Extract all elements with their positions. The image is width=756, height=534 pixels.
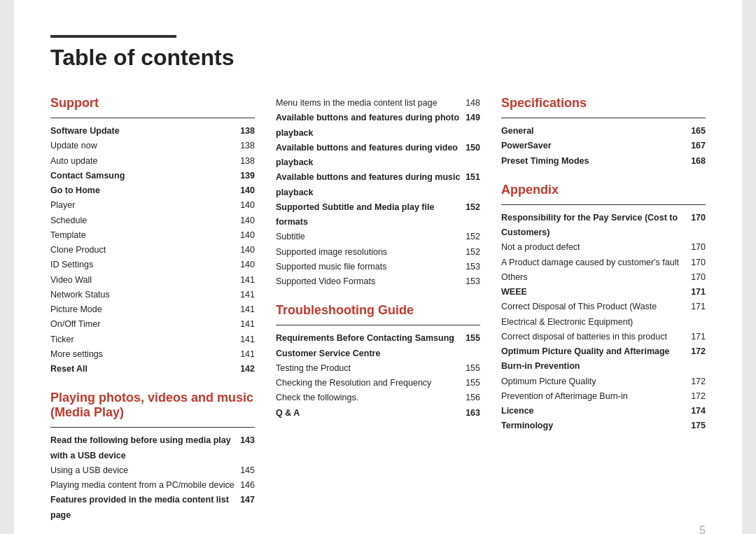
toc-row: Requirements Before Contacting Samsung C… <box>276 331 480 361</box>
toc-label: ID Settings <box>50 258 240 272</box>
toc-page-num: 143 <box>240 433 255 448</box>
toc-page-num: 170 <box>691 255 706 270</box>
toc-label: Others <box>501 270 691 285</box>
toc-row: Responsibility for the Pay Service (Cost… <box>501 211 706 241</box>
toc-page-num: 170 <box>691 211 706 225</box>
toc-label: Available buttons and features during ph… <box>276 111 465 141</box>
toc-label: Optimum Picture Quality and Afterimage B… <box>501 344 691 374</box>
divider-troubleshoot <box>276 325 480 325</box>
toc-label: Clone Product <box>50 243 240 258</box>
section-spec-title: Specifications <box>501 96 706 111</box>
toc-page-num: 141 <box>240 288 255 302</box>
toc-row: Update now138 <box>50 139 255 153</box>
toc-page-num: 155 <box>465 361 480 376</box>
toc-label: Licence <box>501 404 691 419</box>
toc-label: General <box>501 124 691 139</box>
toc-columns: Support Software Update138Update now138A… <box>50 96 706 523</box>
toc-page-num: 141 <box>240 302 255 317</box>
toc-label: Read the following before using media pl… <box>50 433 240 463</box>
toc-page-num: 165 <box>691 124 706 139</box>
toc-row: Menu items in the media content list pag… <box>276 96 480 111</box>
toc-label: Reset All <box>50 362 240 377</box>
toc-row: A Product damage caused by customer's fa… <box>501 255 706 270</box>
toc-row: Read the following before using media pl… <box>50 433 255 463</box>
column-3: Specifications General165PowerSaver167Pr… <box>501 96 706 523</box>
toc-label: Ticker <box>50 332 240 347</box>
toc-page-num: 171 <box>691 300 706 314</box>
toc-label: Correct disposal of batteries in this pr… <box>501 330 691 344</box>
spec-rows: General165PowerSaver167Preset Timing Mod… <box>501 124 706 169</box>
toc-row: PowerSaver167 <box>501 139 706 153</box>
toc-page-num: 142 <box>240 362 255 377</box>
toc-row: Go to Home140 <box>50 183 255 198</box>
toc-row: Available buttons and features during vi… <box>276 141 480 171</box>
toc-page-num: 172 <box>691 389 706 404</box>
toc-row: Playing media content from a PC/mobile d… <box>50 478 255 493</box>
section-media-title: Playing photos, videos and music (Media … <box>50 391 255 420</box>
support-rows: Software Update138Update now138Auto upda… <box>50 124 255 377</box>
toc-row: Licence174 <box>501 404 706 419</box>
toc-label: Not a product defect <box>501 240 691 255</box>
toc-row: Contact Samsung139 <box>50 169 255 183</box>
toc-label: On/Off Timer <box>50 317 240 332</box>
toc-label: Playing media content from a PC/mobile d… <box>50 478 240 493</box>
toc-page-num: 140 <box>240 213 255 228</box>
toc-page-num: 140 <box>240 183 255 198</box>
toc-row: Picture Mode141 <box>50 302 255 317</box>
toc-label: Available buttons and features during vi… <box>276 141 465 171</box>
toc-page-num: 140 <box>240 258 255 272</box>
toc-row: Player140 <box>50 198 255 213</box>
toc-row: Features provided in the media content l… <box>50 493 255 523</box>
toc-row: Available buttons and features during mu… <box>276 170 480 200</box>
divider-appendix <box>501 204 706 205</box>
toc-label: Subtitle <box>276 230 465 244</box>
toc-label: Network Status <box>50 288 240 302</box>
column-2: Menu items in the media content list pag… <box>276 96 501 523</box>
toc-row: Check the followings.156 <box>276 391 480 405</box>
toc-label: Supported image resolutions <box>276 245 465 260</box>
col2-top-rows: Menu items in the media content list pag… <box>276 96 480 289</box>
toc-page-num: 140 <box>240 228 255 243</box>
toc-page-num: 150 <box>465 141 480 155</box>
toc-page-num: 170 <box>691 270 706 285</box>
toc-row: Clone Product140 <box>50 243 255 258</box>
toc-page-num: 149 <box>465 111 480 125</box>
toc-label: Q & A <box>276 406 465 421</box>
troubleshoot-rows: Requirements Before Contacting Samsung C… <box>276 331 480 421</box>
toc-label: Check the followings. <box>276 391 465 405</box>
toc-label: Menu items in the media content list pag… <box>276 96 465 111</box>
toc-row: Preset Timing Modes168 <box>501 154 706 169</box>
toc-row: Network Status141 <box>50 288 255 302</box>
toc-row: Supported image resolutions152 <box>276 245 480 260</box>
toc-page-num: 141 <box>240 332 255 347</box>
toc-row: Supported Subtitle and Media play file f… <box>276 200 480 230</box>
toc-row: Software Update138 <box>50 124 255 139</box>
title-bar <box>50 35 176 38</box>
toc-page-num: 147 <box>240 493 255 507</box>
toc-label: Schedule <box>50 213 240 228</box>
toc-page-num: 174 <box>691 404 706 419</box>
toc-page-num: 140 <box>240 198 255 213</box>
toc-label: Contact Samsung <box>50 169 240 183</box>
toc-label: Features provided in the media content l… <box>50 493 240 523</box>
toc-page-num: 156 <box>465 391 480 405</box>
toc-page-num: 153 <box>465 260 480 274</box>
toc-label: Supported music file formats <box>276 260 465 274</box>
divider-spec <box>501 118 706 118</box>
toc-label: Responsibility for the Pay Service (Cost… <box>501 211 691 241</box>
toc-label: Checking the Resolution and Frequency <box>276 376 465 391</box>
toc-page-num: 148 <box>465 96 480 111</box>
toc-row: Supported Video Formats153 <box>276 274 480 289</box>
toc-page-num: 172 <box>691 344 706 359</box>
section-troubleshoot-title: Troubleshooting Guide <box>276 303 480 318</box>
toc-page-num: 153 <box>465 274 480 289</box>
toc-page-num: 171 <box>691 330 706 344</box>
toc-row: Auto update138 <box>50 154 255 169</box>
toc-row: Checking the Resolution and Frequency155 <box>276 376 480 391</box>
toc-page-num: 170 <box>691 240 706 255</box>
toc-row: General165 <box>501 124 706 139</box>
toc-row: Using a USB device145 <box>50 463 255 478</box>
toc-page-num: 151 <box>465 170 480 185</box>
toc-page-num: 138 <box>240 139 255 153</box>
toc-row: ID Settings140 <box>50 258 255 272</box>
